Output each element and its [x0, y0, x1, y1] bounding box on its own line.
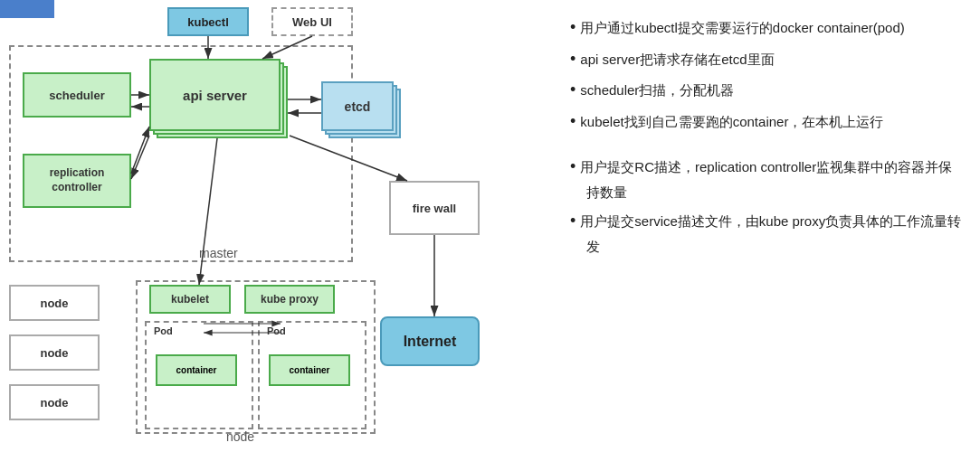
replication-label: replication controller	[50, 166, 105, 194]
container2-label: container	[289, 365, 329, 375]
kubectl-label: kubectl	[187, 15, 229, 29]
text-item-1: 用户通过kubectl提交需要运行的docker container(pod)	[570, 14, 962, 42]
kubeproxy-box: kube proxy	[244, 285, 335, 314]
webui-label: Web UI	[292, 15, 332, 29]
description-list-2: 用户提交RC描述，replication controller监视集群中的容器并…	[570, 153, 962, 258]
scheduler-box: scheduler	[23, 72, 131, 118]
etcd-label: etcd	[345, 99, 371, 114]
kubectl-box: kubectl	[167, 7, 249, 36]
text-item-3-content: scheduler扫描，分配机器	[580, 82, 734, 98]
description-list: 用户通过kubectl提交需要运行的docker container(pod) …	[570, 14, 962, 135]
pod2-label: Pod	[267, 325, 286, 336]
pod-region1: Pod container	[145, 321, 253, 429]
master-label: master	[199, 246, 238, 260]
pod1-label: Pod	[154, 325, 173, 336]
scheduler-label: scheduler	[49, 89, 104, 102]
api-server-label: api server	[183, 88, 247, 103]
kubelet-label: kubelet	[171, 293, 209, 306]
text-item-4-content: kubelet找到自己需要跑的container，在本机上运行	[580, 114, 883, 129]
node3-label: node	[40, 396, 68, 410]
pod-region2: Pod container	[258, 321, 366, 429]
node-bottom-label: node	[226, 429, 254, 444]
kubeproxy-label: kube proxy	[261, 293, 319, 306]
firewall-label: fire wall	[413, 202, 456, 215]
text-item-5-content: 用户提交RC描述，replication controller监视集群中的容器并…	[580, 159, 952, 200]
text-item-2: api server把请求存储在etcd里面	[570, 45, 962, 73]
main-container: kubectl Web UI master scheduler replicat…	[0, 0, 980, 452]
top-accent	[0, 0, 54, 18]
node1-box: node	[9, 285, 100, 321]
text-item-6: 用户提交service描述文件，由kube proxy负责具体的工作流量转发	[570, 207, 962, 258]
node2-box: node	[9, 334, 100, 371]
text-item-5: 用户提交RC描述，replication controller监视集群中的容器并…	[570, 153, 962, 203]
container1-label: container	[176, 365, 216, 375]
kubelet-box: kubelet	[149, 285, 231, 314]
node3-box: node	[9, 384, 100, 420]
internet-box: Internet	[380, 316, 480, 366]
text-item-3: scheduler扫描，分配机器	[570, 76, 962, 104]
text-item-4: kubelet找到自己需要跑的container，在本机上运行	[570, 108, 962, 136]
text-item-2-content: api server把请求存储在etcd里面	[580, 52, 774, 67]
internet-label: Internet	[404, 334, 457, 350]
diagram-area: kubectl Web UI master scheduler replicat…	[0, 0, 552, 452]
node2-label: node	[40, 346, 68, 360]
text-item-6-content: 用户提交service描述文件，由kube proxy负责具体的工作流量转发	[580, 213, 961, 254]
replication-box: replication controller	[23, 154, 131, 208]
spacer	[570, 138, 962, 153]
text-item-1-content: 用户通过kubectl提交需要运行的docker container(pod)	[580, 20, 904, 35]
node1-label: node	[40, 297, 68, 310]
firewall-box: fire wall	[389, 181, 480, 235]
webui-box: Web UI	[271, 7, 353, 36]
text-area: 用户通过kubectl提交需要运行的docker container(pod) …	[552, 0, 980, 452]
